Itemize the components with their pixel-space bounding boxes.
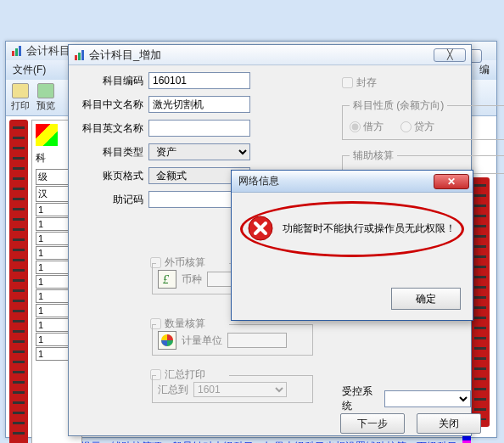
spiral-binding-left [9, 120, 28, 443]
qty-group: 数量核算 计量单位 [152, 317, 313, 364]
error-icon [247, 215, 274, 242]
svg-rect-1 [15, 48, 18, 56]
msgbox-text: 功能暂时不能执行或操作员无此权限！ [283, 222, 456, 236]
control-select[interactable] [384, 390, 471, 407]
ename-label: 科目英文名称 [79, 121, 143, 136]
app-icon [11, 45, 23, 57]
unit-input [227, 333, 287, 348]
credit-label: 贷方 [414, 120, 434, 134]
sealed-checkbox-input[interactable] [342, 77, 353, 88]
sum-to-label: 汇总到 [158, 383, 188, 397]
debit-radio[interactable]: 借方 [350, 120, 384, 134]
printer-icon [12, 83, 29, 98]
control-system-row: 受控系统 [342, 384, 471, 413]
msgbox-title: 网络信息 [238, 174, 279, 188]
msgbox-close-button[interactable]: ✕ [434, 174, 469, 189]
mnemonic-input[interactable] [148, 191, 238, 208]
svg-rect-4 [78, 53, 81, 60]
message-box: 网络信息 ✕ 功能暂时不能执行或操作员无此权限！ 确定 [231, 170, 473, 321]
svg-rect-0 [12, 51, 14, 56]
page-label: 账页格式 [79, 169, 143, 183]
toolbar-print-label: 打印 [11, 99, 30, 112]
app-icon [74, 49, 86, 61]
nature-fieldset: 科目性质 (余额方向) 借方 贷方 [342, 98, 504, 140]
color-swatch-icon [36, 124, 58, 146]
preview-icon [37, 83, 54, 98]
nature-legend: 科目性质 (余额方向) [350, 98, 447, 113]
sealed-checkbox[interactable]: 封存 [342, 76, 504, 90]
spiral-binding-right [471, 177, 490, 427]
sum-group: 汇总打印 汇总到 1601 [152, 367, 313, 408]
svg-rect-5 [81, 50, 84, 60]
dialog-titlebar: 会计科目_增加 ╳ [69, 45, 471, 65]
code-label: 科目编码 [79, 74, 143, 88]
credit-radio[interactable]: 贷方 [400, 120, 434, 134]
sealed-label: 封存 [356, 76, 377, 90]
sum-to-select: 1601 [193, 382, 287, 397]
control-label: 受控系统 [342, 384, 379, 413]
dialog-close-button[interactable]: ╳ [434, 48, 466, 62]
pie-chart-icon [158, 331, 176, 350]
next-button[interactable]: 下一步 [340, 413, 405, 434]
svg-rect-3 [75, 55, 77, 60]
bg-title: 会计科目 [26, 43, 70, 59]
dialog-title: 会计科目_增加 [89, 48, 161, 63]
cname-input[interactable] [148, 96, 250, 113]
mnemonic-label: 助记码 [79, 193, 143, 207]
msgbox-titlebar: 网络信息 ✕ [232, 171, 473, 193]
svg-rect-2 [19, 46, 21, 56]
cname-label: 科目中文名称 [79, 98, 143, 112]
close-button[interactable]: 关闭 [417, 413, 481, 434]
msgbox-ok-button[interactable]: 确定 [391, 288, 461, 310]
type-label: 科目类型 [79, 145, 143, 160]
toolbar-preview[interactable]: 预览 [36, 83, 55, 112]
currency-label: 币种 [182, 272, 202, 287]
svg-text:£: £ [163, 273, 169, 286]
currency-icon: £ [158, 270, 176, 289]
ename-input[interactable] [148, 120, 250, 137]
toolbar-preview-label: 预览 [36, 99, 55, 112]
unit-label: 计量单位 [182, 334, 222, 348]
type-select[interactable]: 资产 [148, 143, 250, 160]
toolbar-print[interactable]: 打印 [11, 83, 30, 112]
code-input[interactable] [148, 72, 250, 89]
debit-label: 借方 [363, 120, 384, 134]
menu-file[interactable]: 文件(F) [13, 63, 46, 77]
aux-legend: 辅助核算 [350, 149, 397, 163]
